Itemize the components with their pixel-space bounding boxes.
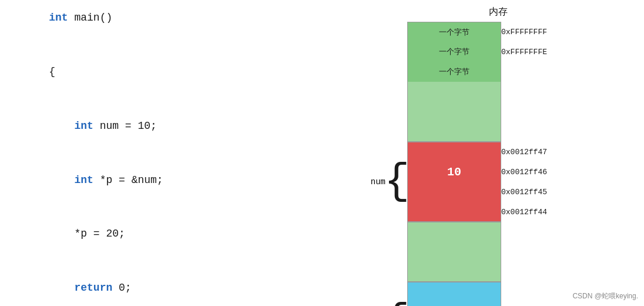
num-cells: 0x0012ff47 10 0x0012ff46 0x0012ff45 0x00… (407, 142, 547, 222)
num-addr-2: 0x0012ff46 (501, 162, 547, 182)
p-row-1 (407, 282, 501, 302)
mid-row-2 (407, 242, 501, 262)
code-line-3: { (24, 45, 306, 99)
memory-diagram: 一个字节 0xFFFFFFFF 一个字节 0xFFFFFFFE 一个字节 (363, 22, 610, 306)
mid-cell-3 (407, 262, 501, 282)
memory-row-top-1: 一个字节 0xFFFFFFFF (407, 22, 547, 42)
num-row-4: 0x0012ff44 (407, 202, 547, 222)
addr-top-1: 0xFFFFFFFF (501, 22, 547, 42)
memory-title: 内存 (489, 6, 508, 18)
num-cell-center: 10 (407, 162, 501, 182)
code-line-6: *p = 20; (24, 207, 306, 261)
num-addr-4: 0x0012ff44 (501, 202, 547, 222)
num-row-2: 10 0x0012ff46 (407, 162, 547, 182)
cell-top-6 (407, 122, 501, 142)
code-line-4: int num = 10; (24, 99, 306, 153)
mid-cells (407, 222, 501, 282)
memory-row-top-4 (407, 82, 547, 102)
memory-row-top-6 (407, 122, 547, 142)
code-panel: #include <stdio.h> int main() { int num … (0, 0, 329, 306)
p-label: p (363, 282, 387, 306)
p-cell-center: 0x0012ff44 (407, 302, 501, 306)
memory-row-top-2: 一个字节 0xFFFFFFFE (407, 42, 547, 62)
num-cell-3 (407, 182, 501, 202)
main-func: main() (68, 12, 113, 24)
memory-row-top-5 (407, 102, 547, 122)
memory-panel: 内存 一个字节 0xFFFFFFFF 一个字节 0xFFFFFFFE 一个字节 (329, 0, 644, 306)
mid-cell-1 (407, 222, 501, 242)
return-keyword: return (74, 282, 112, 294)
p-brace: { (387, 282, 407, 306)
p-row-2: 0x0012ff44 (407, 302, 501, 306)
cell-top-2: 一个字节 (407, 42, 501, 62)
num-cell-4 (407, 202, 501, 222)
int-keyword-2: int (74, 120, 93, 132)
code-line-2: int main() (24, 0, 306, 45)
mid-cell-2 (407, 242, 501, 262)
int-keyword: int (49, 12, 68, 24)
num-cell-1 (407, 142, 501, 162)
num-row-1: 0x0012ff47 (407, 142, 547, 162)
code-line-7: return 0; (24, 261, 306, 306)
top-cells: 一个字节 0xFFFFFFFF 一个字节 0xFFFFFFFE 一个字节 (407, 22, 547, 142)
code-line-5: int *p = &num; (24, 153, 306, 207)
mid-row-3 (407, 262, 501, 282)
int-keyword-3: int (74, 174, 93, 186)
mid-row-1 (407, 222, 501, 242)
num-label: num (363, 142, 387, 222)
num-brace: { (387, 142, 407, 222)
cell-top-5 (407, 102, 501, 122)
num-row-3: 0x0012ff45 (407, 182, 547, 202)
cell-top-3: 一个字节 (407, 62, 501, 82)
p-cell-1 (407, 282, 501, 302)
addr-top-2: 0xFFFFFFFE (501, 42, 547, 62)
watermark: CSDN @蛇喂keying. (572, 291, 638, 301)
memory-row-top-3: 一个字节 (407, 62, 547, 82)
num-addr-1: 0x0012ff47 (501, 142, 547, 162)
p-cells: 0x0012ff44 (407, 282, 501, 306)
cell-top-1: 一个字节 (407, 22, 501, 42)
cell-top-4 (407, 82, 501, 102)
num-addr-3: 0x0012ff45 (501, 182, 547, 202)
